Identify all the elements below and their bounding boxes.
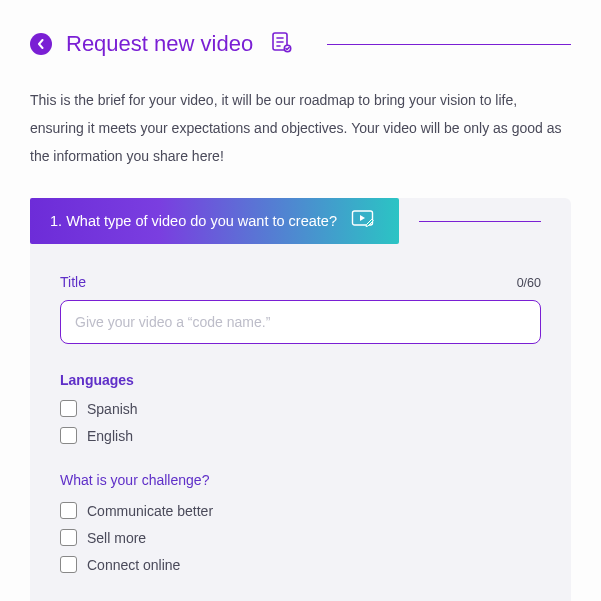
intro-text: This is the brief for your video, it wil… — [30, 86, 571, 170]
title-label: Title — [60, 274, 86, 290]
section-title: 1. What type of video do you want to cre… — [50, 213, 337, 229]
checkbox-label: Connect online — [87, 557, 180, 573]
chevron-left-icon — [37, 39, 45, 49]
checkbox-label: Sell more — [87, 530, 146, 546]
challenge-option-connect[interactable]: Connect online — [60, 556, 541, 573]
language-option-spanish[interactable]: Spanish — [60, 400, 541, 417]
section-pill: 1. What type of video do you want to cre… — [30, 198, 399, 244]
form-area: Title 0/60 Languages Spanish English Wha… — [30, 274, 571, 573]
challenge-group: What is your challenge? Communicate bett… — [60, 472, 541, 573]
checkbox-label: Spanish — [87, 401, 138, 417]
title-input[interactable] — [60, 300, 541, 344]
checkbox-label: Communicate better — [87, 503, 213, 519]
challenge-option-sell[interactable]: Sell more — [60, 529, 541, 546]
title-counter: 0/60 — [517, 276, 541, 290]
language-option-english[interactable]: English — [60, 427, 541, 444]
document-icon — [269, 30, 293, 58]
video-edit-icon — [351, 208, 377, 234]
form-card: 1. What type of video do you want to cre… — [30, 198, 571, 601]
languages-label: Languages — [60, 372, 541, 388]
checkbox-icon — [60, 502, 77, 519]
header-divider — [327, 44, 571, 45]
challenge-label: What is your challenge? — [60, 472, 541, 488]
checkbox-label: English — [87, 428, 133, 444]
languages-group: Languages Spanish English — [60, 372, 541, 444]
challenge-option-communicate[interactable]: Communicate better — [60, 502, 541, 519]
section-header: 1. What type of video do you want to cre… — [30, 198, 571, 244]
page-container: Request new video This is the brief for … — [0, 0, 601, 601]
section-divider — [419, 221, 541, 222]
page-title: Request new video — [66, 31, 253, 57]
checkbox-icon — [60, 556, 77, 573]
checkbox-icon — [60, 529, 77, 546]
page-header: Request new video — [30, 30, 571, 58]
checkbox-icon — [60, 400, 77, 417]
back-button[interactable] — [30, 33, 52, 55]
title-field-header: Title 0/60 — [60, 274, 541, 290]
checkbox-icon — [60, 427, 77, 444]
